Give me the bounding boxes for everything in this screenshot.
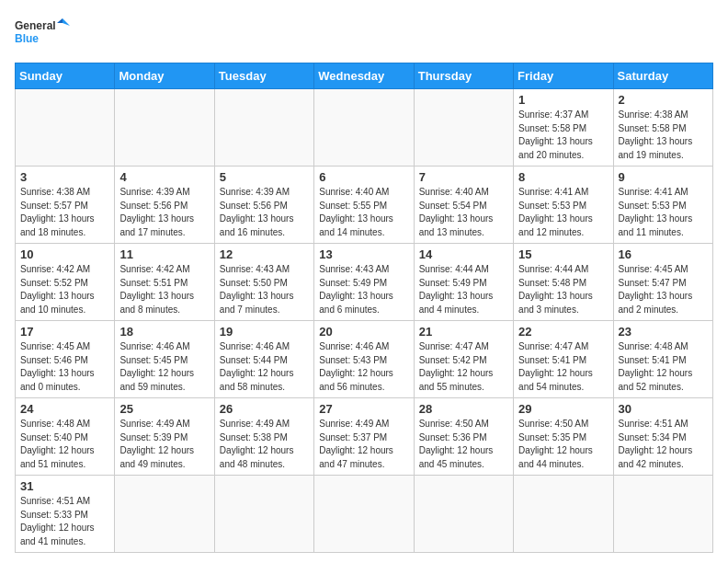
day-number: 12 [220, 247, 309, 261]
day-number: 3 [20, 170, 109, 184]
day-info: Sunrise: 4:47 AM Sunset: 5:41 PM Dayligh… [518, 340, 608, 394]
day-number: 27 [319, 402, 408, 416]
day-info: Sunrise: 4:44 AM Sunset: 5:48 PM Dayligh… [518, 263, 608, 316]
calendar-cell [314, 89, 414, 167]
day-info: Sunrise: 4:50 AM Sunset: 5:36 PM Dayligh… [419, 418, 508, 471]
day-info: Sunrise: 4:49 AM Sunset: 5:39 PM Dayligh… [119, 418, 209, 471]
weekday-wednesday: Wednesday [314, 63, 414, 89]
day-info: Sunrise: 4:51 AM Sunset: 5:34 PM Dayligh… [619, 418, 708, 471]
day-info: Sunrise: 4:39 AM Sunset: 5:56 PM Dayligh… [119, 186, 209, 239]
day-info: Sunrise: 4:40 AM Sunset: 5:54 PM Dayligh… [419, 186, 508, 239]
calendar-cell: 28Sunrise: 4:50 AM Sunset: 5:36 PM Dayli… [414, 398, 513, 476]
calendar-cell: 12Sunrise: 4:43 AM Sunset: 5:50 PM Dayli… [214, 244, 313, 321]
calendar-cell: 22Sunrise: 4:47 AM Sunset: 5:41 PM Dayli… [514, 321, 613, 398]
calendar-cell: 8Sunrise: 4:41 AM Sunset: 5:53 PM Daylig… [514, 167, 613, 244]
day-number: 14 [419, 247, 508, 261]
day-number: 25 [119, 402, 209, 416]
svg-marker-2 [63, 18, 70, 26]
calendar-cell [414, 476, 513, 553]
calendar-cell: 11Sunrise: 4:42 AM Sunset: 5:51 PM Dayli… [115, 244, 214, 321]
weekday-thursday: Thursday [414, 63, 513, 89]
day-number: 1 [518, 93, 608, 107]
calendar-cell [115, 476, 214, 553]
day-info: Sunrise: 4:41 AM Sunset: 5:53 PM Dayligh… [619, 186, 708, 239]
calendar: SundayMondayTuesdayWednesdayThursdayFrid… [15, 63, 713, 553]
calendar-cell: 19Sunrise: 4:46 AM Sunset: 5:44 PM Dayli… [214, 321, 313, 398]
day-info: Sunrise: 4:46 AM Sunset: 5:44 PM Dayligh… [220, 340, 309, 394]
calendar-cell: 23Sunrise: 4:48 AM Sunset: 5:41 PM Dayli… [613, 321, 712, 398]
calendar-cell: 13Sunrise: 4:43 AM Sunset: 5:49 PM Dayli… [314, 244, 414, 321]
weekday-tuesday: Tuesday [214, 63, 313, 89]
svg-text:Blue: Blue [15, 32, 39, 45]
day-info: Sunrise: 4:51 AM Sunset: 5:33 PM Dayligh… [20, 495, 109, 548]
day-number: 5 [220, 170, 309, 184]
calendar-cell [214, 476, 313, 553]
day-number: 11 [119, 247, 209, 261]
day-info: Sunrise: 4:38 AM Sunset: 5:58 PM Dayligh… [619, 109, 708, 162]
day-number: 28 [419, 402, 508, 416]
day-info: Sunrise: 4:40 AM Sunset: 5:55 PM Dayligh… [319, 186, 408, 239]
day-number: 2 [619, 93, 708, 107]
day-info: Sunrise: 4:45 AM Sunset: 5:46 PM Dayligh… [20, 340, 109, 394]
calendar-cell: 20Sunrise: 4:46 AM Sunset: 5:43 PM Dayli… [314, 321, 414, 398]
day-info: Sunrise: 4:49 AM Sunset: 5:38 PM Dayligh… [220, 418, 309, 471]
day-info: Sunrise: 4:41 AM Sunset: 5:53 PM Dayligh… [518, 186, 608, 239]
day-number: 31 [20, 479, 109, 493]
weekday-sunday: Sunday [16, 63, 115, 89]
calendar-cell [414, 89, 513, 167]
week-row-2: 10Sunrise: 4:42 AM Sunset: 5:52 PM Dayli… [16, 244, 713, 321]
calendar-cell: 31Sunrise: 4:51 AM Sunset: 5:33 PM Dayli… [16, 476, 115, 553]
calendar-cell: 2Sunrise: 4:38 AM Sunset: 5:58 PM Daylig… [613, 89, 712, 167]
day-number: 21 [419, 325, 508, 339]
logo-svg: General Blue [15, 15, 70, 52]
day-info: Sunrise: 4:45 AM Sunset: 5:47 PM Dayligh… [619, 263, 708, 316]
weekday-monday: Monday [115, 63, 214, 89]
calendar-cell: 16Sunrise: 4:45 AM Sunset: 5:47 PM Dayli… [613, 244, 712, 321]
day-number: 29 [518, 402, 608, 416]
calendar-cell: 29Sunrise: 4:50 AM Sunset: 5:35 PM Dayli… [514, 398, 613, 476]
day-info: Sunrise: 4:39 AM Sunset: 5:56 PM Dayligh… [220, 186, 309, 239]
day-info: Sunrise: 4:47 AM Sunset: 5:42 PM Dayligh… [419, 340, 508, 394]
svg-text:General: General [15, 19, 56, 32]
day-number: 17 [20, 325, 109, 339]
calendar-cell [115, 89, 214, 167]
calendar-cell [314, 476, 414, 553]
calendar-cell [16, 89, 115, 167]
calendar-cell: 24Sunrise: 4:48 AM Sunset: 5:40 PM Dayli… [16, 398, 115, 476]
day-number: 16 [619, 247, 708, 261]
calendar-cell: 17Sunrise: 4:45 AM Sunset: 5:46 PM Dayli… [16, 321, 115, 398]
calendar-cell: 1Sunrise: 4:37 AM Sunset: 5:58 PM Daylig… [514, 89, 613, 167]
day-info: Sunrise: 4:42 AM Sunset: 5:52 PM Dayligh… [20, 263, 109, 316]
day-number: 22 [518, 325, 608, 339]
day-number: 26 [220, 402, 309, 416]
day-info: Sunrise: 4:38 AM Sunset: 5:57 PM Dayligh… [20, 186, 109, 239]
header: General Blue [15, 15, 713, 52]
calendar-cell [514, 476, 613, 553]
calendar-cell: 7Sunrise: 4:40 AM Sunset: 5:54 PM Daylig… [414, 167, 513, 244]
day-info: Sunrise: 4:46 AM Sunset: 5:43 PM Dayligh… [319, 340, 408, 394]
day-number: 6 [319, 170, 408, 184]
weekday-saturday: Saturday [613, 63, 712, 89]
day-number: 7 [419, 170, 508, 184]
day-number: 8 [518, 170, 608, 184]
calendar-cell: 25Sunrise: 4:49 AM Sunset: 5:39 PM Dayli… [115, 398, 214, 476]
calendar-cell: 15Sunrise: 4:44 AM Sunset: 5:48 PM Dayli… [514, 244, 613, 321]
day-info: Sunrise: 4:48 AM Sunset: 5:40 PM Dayligh… [20, 418, 109, 471]
week-row-0: 1Sunrise: 4:37 AM Sunset: 5:58 PM Daylig… [16, 89, 713, 167]
weekday-friday: Friday [514, 63, 613, 89]
day-number: 4 [119, 170, 209, 184]
week-row-1: 3Sunrise: 4:38 AM Sunset: 5:57 PM Daylig… [16, 167, 713, 244]
day-info: Sunrise: 4:42 AM Sunset: 5:51 PM Dayligh… [119, 263, 209, 316]
calendar-cell: 30Sunrise: 4:51 AM Sunset: 5:34 PM Dayli… [613, 398, 712, 476]
day-number: 24 [20, 402, 109, 416]
day-info: Sunrise: 4:44 AM Sunset: 5:49 PM Dayligh… [419, 263, 508, 316]
day-number: 20 [319, 325, 408, 339]
day-number: 18 [119, 325, 209, 339]
calendar-cell: 9Sunrise: 4:41 AM Sunset: 5:53 PM Daylig… [613, 167, 712, 244]
week-row-4: 24Sunrise: 4:48 AM Sunset: 5:40 PM Dayli… [16, 398, 713, 476]
calendar-cell [613, 476, 712, 553]
day-number: 23 [619, 325, 708, 339]
calendar-cell: 27Sunrise: 4:49 AM Sunset: 5:37 PM Dayli… [314, 398, 414, 476]
logo: General Blue [15, 15, 70, 52]
day-number: 19 [220, 325, 309, 339]
